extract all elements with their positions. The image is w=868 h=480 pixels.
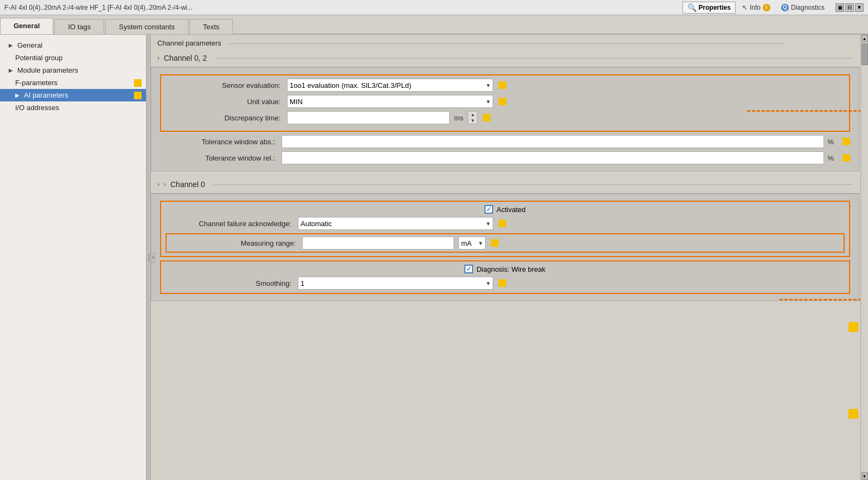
expand-arrow-channel02: › [157,54,159,62]
properties-button[interactable]: 🔍 Properties [682,2,736,14]
sidebar-item-f-params[interactable]: F-parameters [0,76,146,89]
sidebar: ▶ General Potential group ▶ Module param… [0,35,146,480]
sidebar-label-f-params: F-parameters [15,79,58,87]
right-yellow-ch0-2 [848,409,858,420]
channel-fail-select-wrapper: Automatic Manual ▼ [298,217,493,230]
measuring-range-input[interactable]: 4...20 [302,236,454,249]
sidebar-item-io-addresses[interactable]: I/O addresses [0,101,146,114]
sensor-eval-select[interactable]: 1oo1 evaluation (max. SIL3/Cat.3/PLd) 1o… [287,79,493,92]
arrow-icon: ▶ [9,42,15,48]
smoothing-indicator [499,279,506,287]
unit-value-select[interactable]: MIN MAX AVG [287,95,493,108]
sidebar-item-general[interactable]: ▶ General [0,39,146,52]
h-splitter-btn[interactable]: › [151,252,155,263]
channel-fail-select[interactable]: Automatic Manual [298,217,493,230]
title-text: F-AI 4xI 0(4)..20mA 2-/4-wire HF_1 [F-AI… [4,4,682,11]
yellow-indicator-ch0-1 [848,322,858,332]
tab-system-constants[interactable]: System constants [105,19,188,34]
discrepancy-input[interactable]: 100 [287,111,450,124]
ma-unit-select-wrapper: mA ▼ [458,236,486,249]
spinner-up[interactable]: ▲ [468,112,477,118]
search-icon: 🔍 [687,3,697,12]
measuring-range-label: Measuring range: [170,239,300,247]
tab-texts[interactable]: Texts [189,19,233,34]
channel0-params: Activated Channel failure acknowledge: A… [151,194,859,301]
channel-params-title: Channel parameters [157,39,221,47]
tab-general[interactable]: General [0,18,53,34]
unit-value-select-wrapper: MIN MAX AVG ▼ [287,95,493,108]
activated-checkbox[interactable] [484,205,493,214]
sidebar-item-module-params[interactable]: ▶ Module parameters [0,64,146,76]
activated-label: Activated [496,206,525,214]
tol-abs-row: Tolerance window abs.: 5.0 % [160,135,850,148]
properties-label: Properties [699,4,731,11]
window-btn-2[interactable]: ⊟ [845,3,854,12]
tol-abs-input[interactable]: 5.0 [282,135,824,148]
channel02-label: Channel 0, 2 [164,54,207,62]
channel0-label: Channel 0 [170,180,205,189]
cursor-icon: ↖ [742,4,748,11]
scroll-thumb[interactable] [861,43,868,65]
sidebar-label-potential-group: Potential group [15,54,62,62]
sensor-eval-label: Sensor evaluation: [165,81,285,89]
tabs-row: General IO tags System constants Texts [0,15,868,35]
info-label: Info [750,4,761,11]
vertical-splitter[interactable] [146,35,151,480]
unit-value-row: Unit value: MIN MAX AVG ▼ [165,95,845,108]
tab-io-tags[interactable]: IO tags [54,19,104,34]
channel02-params: Sensor evaluation: 1oo1 evaluation (max.… [151,67,859,171]
tol-rel-indicator [843,154,850,162]
window-btn-3[interactable]: ▼ [855,3,864,12]
arrow-icon-module: ▶ [9,67,15,73]
unit-value-label: Unit value: [165,98,285,106]
scroll-down-btn[interactable]: ▼ [861,472,868,480]
diagnostics-label: Diagnostics [791,4,825,11]
channel02-section-header[interactable]: › Channel 0, 2 [151,49,859,67]
spinner-down[interactable]: ▼ [468,118,477,124]
smoothing-label: Smoothing: [165,279,296,287]
discrepancy-row: Discrepancy time: 100 ms ▲ ▼ [165,111,845,124]
channel0-section-header[interactable]: › › Channel 0 [151,176,859,194]
measuring-range-indicator [491,239,499,247]
sensor-eval-select-wrapper: 1oo1 evaluation (max. SIL3/Cat.3/PLd) 1o… [287,79,493,92]
tol-rel-row: Tolerance window rel.: 5.0 % [160,151,850,164]
diagnostics-button[interactable]: Q Diagnostics [777,3,829,12]
window-btn-1[interactable]: ▣ [835,3,844,12]
splitter-dot-2 [148,257,150,258]
tol-rel-label: Tolerance window rel.: [160,154,279,162]
yellow-indicator-ch0-2 [848,409,858,419]
expand-arrow2-channel0: › [164,181,166,188]
discrepancy-spinner[interactable]: ▲ ▼ [468,111,477,124]
channel-fail-indicator [499,220,506,227]
ma-unit-select[interactable]: mA [458,236,486,249]
sidebar-item-ai-params[interactable]: ▶ AI parameters [0,89,146,101]
window-controls: ▣ ⊟ ▼ [835,3,864,12]
right-yellow-ch0-1 [848,322,858,334]
info-icon: i [763,4,770,11]
f-params-indicator [134,79,142,87]
info-button[interactable]: ↖ Info i [738,3,775,12]
sidebar-item-potential-group[interactable]: Potential group [0,52,146,64]
diagnosis-label: Diagnosis: Wire break [476,265,545,273]
discrepancy-indicator [483,114,490,121]
ai-params-indicator [134,92,142,99]
tol-rel-unit: % [824,154,837,162]
diagnostics-icon: Q [781,4,789,11]
smoothing-row: Smoothing: 1 2 4 8 ▼ [165,277,845,290]
sidebar-label-module-params: Module parameters [17,66,78,74]
tol-abs-input-wrapper: 5.0 % [282,135,837,148]
tol-rel-input[interactable]: 5.0 [282,151,824,164]
tol-abs-label: Tolerance window abs.: [160,138,279,146]
scroll-up-btn[interactable]: ▲ [861,35,868,42]
smoothing-select[interactable]: 1 2 4 8 [298,277,493,290]
unit-value-indicator [499,98,506,105]
title-bar: F-AI 4xI 0(4)..20mA 2-/4-wire HF_1 [F-AI… [0,0,868,15]
arrow-icon-ai: ▶ [15,92,22,98]
smoothing-select-wrapper: 1 2 4 8 ▼ [298,277,493,290]
splitter-dot-1 [148,254,150,255]
diagnosis-row: Diagnosis: Wire break [165,265,845,273]
diagnosis-checkbox[interactable] [464,265,473,273]
sidebar-label-ai-params: AI parameters [24,91,68,99]
scrollbar[interactable]: ▲ ▼ [860,35,868,480]
channel-fail-label: Channel failure acknowledge: [165,220,296,228]
